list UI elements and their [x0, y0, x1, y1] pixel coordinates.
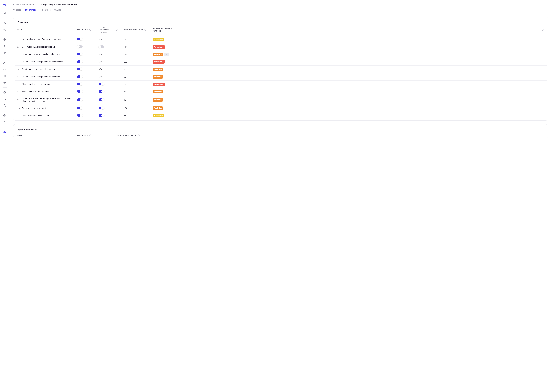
applicable-toggle[interactable]	[77, 114, 82, 117]
table-header: NAME APPLICABLE ALLOW LEGITIMATE INTERES…	[15, 27, 547, 35]
related-badges: Advertising	[153, 45, 544, 49]
nav-share-icon[interactable]	[2, 27, 7, 33]
legitimate-toggle[interactable]	[99, 90, 104, 93]
applicable-toggle[interactable]	[77, 45, 82, 48]
badge-more[interactable]: +1	[164, 53, 169, 56]
badge-analytics[interactable]: Analytics	[153, 98, 163, 102]
related-badges: Analytics	[153, 68, 544, 71]
applicable-toggle[interactable]	[77, 98, 82, 101]
nav-gift-icon[interactable]	[2, 129, 7, 135]
table-row: 5Create profiles to personalise contentN…	[15, 65, 547, 73]
related-badges: Analytics	[153, 90, 544, 93]
applicable-toggle[interactable]	[77, 90, 82, 93]
badge-functional[interactable]: Functional	[153, 114, 164, 117]
legitimate-cell	[99, 107, 124, 110]
vendors-count: 104	[124, 107, 153, 109]
badge-advertising[interactable]: Advertising	[153, 83, 165, 86]
legitimate-cell	[99, 45, 124, 48]
applicable-toggle[interactable]	[77, 83, 82, 85]
applicable-toggle[interactable]	[77, 60, 82, 63]
breadcrumb-current: Transparency & Consent Framework	[39, 3, 77, 6]
table-row: 4Use profiles to select personalised adv…	[15, 58, 547, 65]
related-badges: Analytics+1	[153, 53, 544, 56]
svg-point-5	[4, 29, 4, 30]
vendors-count: 138	[124, 53, 153, 56]
info-icon[interactable]	[89, 29, 91, 31]
badge-analytics[interactable]: Analytics	[153, 106, 163, 110]
info-icon[interactable]	[542, 29, 544, 31]
sidebar-divider	[3, 35, 7, 35]
tab-stacks[interactable]: Stacks	[54, 8, 61, 13]
legitimate-toggle[interactable]	[99, 83, 104, 85]
related-badges: Advertising	[153, 83, 544, 86]
table-row: 11Use limited data to select content23Fu…	[15, 112, 547, 119]
nav-doc-plus-icon[interactable]	[2, 103, 7, 109]
nav-database-icon[interactable]	[2, 73, 7, 79]
nav-cubes-icon[interactable]	[2, 43, 7, 49]
col-related: RELATED TRANSCEND PURPOSE(S)	[153, 28, 544, 32]
badge-functional[interactable]: Functional	[153, 38, 164, 41]
badge-advertising[interactable]: Advertising	[153, 45, 165, 49]
nav-list-icon[interactable]	[2, 119, 7, 125]
legitimate-toggle[interactable]	[99, 45, 104, 48]
logo-icon[interactable]	[2, 3, 7, 7]
nav-bolt-icon[interactable]	[2, 10, 7, 16]
applicable-toggle[interactable]	[77, 107, 82, 109]
applicable-cell	[77, 98, 99, 101]
badge-advertising[interactable]: Advertising	[153, 60, 165, 63]
info-icon[interactable]	[89, 134, 91, 137]
sidebar	[0, 0, 9, 392]
table-row: 1Store and/or access information on a de…	[15, 35, 547, 43]
breadcrumb: Consent Management Transparency & Consen…	[13, 3, 548, 6]
purpose-name: 5Create profiles to personalise content	[17, 68, 77, 71]
vendors-count: 135	[124, 61, 153, 63]
purposes-table: NAME APPLICABLE ALLOW LEGITIMATE INTERES…	[15, 27, 547, 119]
vendors-count: 116	[124, 46, 153, 48]
svg-point-13	[4, 82, 5, 83]
breadcrumb-parent[interactable]: Consent Management	[13, 3, 35, 6]
svg-point-4	[5, 24, 6, 24]
tab-vendors[interactable]: Vendors	[13, 8, 21, 13]
nav-id-icon[interactable]	[2, 80, 7, 85]
nav-thumbs-icon[interactable]	[2, 66, 7, 72]
related-badges: Functional	[153, 38, 544, 41]
nav-search-icon[interactable]	[2, 90, 7, 95]
related-badges: Analytics	[153, 106, 544, 110]
tab-tcf-purposes[interactable]: TCF Purposes	[25, 8, 38, 13]
svg-point-16	[3, 115, 6, 117]
applicable-cell	[77, 90, 99, 93]
related-badges: Functional	[153, 114, 544, 117]
legitimate-toggle[interactable]	[99, 98, 104, 101]
tab-features[interactable]: Features	[42, 8, 51, 13]
nav-globe-icon[interactable]	[2, 20, 7, 26]
applicable-cell	[77, 114, 99, 117]
nav-doc-check-icon[interactable]	[2, 96, 7, 102]
applicable-toggle[interactable]	[77, 53, 82, 56]
nav-cube-icon[interactable]	[2, 37, 7, 42]
table-row: 8Measure content performance58Analytics	[15, 88, 547, 95]
legitimate-toggle[interactable]	[99, 107, 104, 109]
vendors-count: 92	[124, 99, 153, 101]
nav-compass-icon[interactable]	[2, 113, 7, 119]
col-applicable: APPLICABLE	[77, 134, 117, 137]
badge-analytics[interactable]: Analytics	[153, 68, 163, 71]
info-icon[interactable]	[144, 29, 146, 31]
badge-analytics[interactable]: Analytics	[153, 75, 163, 78]
applicable-cell	[77, 107, 99, 110]
applicable-toggle[interactable]	[77, 68, 82, 70]
badge-analytics[interactable]: Analytics	[153, 53, 163, 56]
badge-analytics[interactable]: Analytics	[153, 90, 163, 93]
info-icon[interactable]	[138, 134, 140, 137]
vendors-count: 58	[124, 91, 153, 93]
applicable-toggle[interactable]	[77, 38, 82, 41]
special-title: Special Purposes	[15, 128, 547, 134]
nav-globe2-icon[interactable]	[2, 50, 7, 56]
col-vendors: VENDORS DECLARING	[117, 134, 544, 137]
applicable-cell	[77, 68, 99, 71]
nav-users-icon[interactable]	[2, 60, 7, 66]
applicable-toggle[interactable]	[77, 75, 82, 78]
info-icon[interactable]	[116, 29, 118, 31]
vendors-count: 23	[124, 114, 153, 117]
table-row: 10Develop and improve services104Analyti…	[15, 104, 547, 112]
legitimate-toggle[interactable]	[99, 114, 104, 117]
